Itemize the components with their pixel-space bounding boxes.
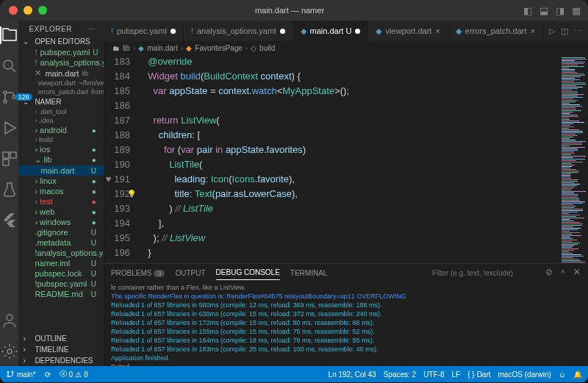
dart-file-icon: ◆ bbox=[138, 44, 144, 52]
debug-console-output[interactable]: le container rather than a Flex, like a … bbox=[104, 282, 588, 366]
folder-item[interactable]: ⌄ lib● bbox=[18, 154, 104, 165]
file-item[interactable]: README.mdU bbox=[18, 289, 104, 299]
panel-filter-input[interactable] bbox=[432, 269, 535, 277]
sidebar-title: EXPLORER bbox=[29, 25, 71, 33]
open-editor-item[interactable]: viewport.dart ~/fvm/versions/stable/pack… bbox=[18, 79, 104, 87]
section-dependencies[interactable]: ›DEPENDENCIES bbox=[18, 355, 104, 366]
folder-item[interactable]: › .dart_tool bbox=[18, 107, 104, 116]
panel-close-icon[interactable]: ✕ bbox=[573, 267, 581, 279]
file-item[interactable]: !analysis_options.yamlU bbox=[18, 248, 104, 258]
toggle-sidebar-icon[interactable]: ◨ bbox=[556, 5, 564, 16]
file-item[interactable]: .gitignoreU bbox=[18, 227, 104, 237]
status-sync-icon[interactable]: ⟳ bbox=[45, 371, 51, 379]
titlebar: main.dart — namer ◧ ⬓ ◨ ▦ bbox=[0, 0, 588, 21]
status-encoding[interactable]: UTF-8 bbox=[423, 371, 444, 379]
tab-debug-console[interactable]: DEBUG CONSOLE bbox=[216, 265, 280, 280]
editor-tab[interactable]: !analysis_options.yaml bbox=[184, 21, 293, 41]
folder-item[interactable]: › web● bbox=[18, 207, 104, 217]
status-bar: main* ⟳ ⓧ 0 ⚠ 8 Ln 192, Col 43 Spaces: 2… bbox=[0, 366, 588, 382]
window-title: main.dart — namer bbox=[56, 6, 523, 15]
class-icon: ◆ bbox=[186, 44, 192, 52]
open-editor-item[interactable]: !analysis_options.yamlU bbox=[18, 57, 104, 68]
file-item[interactable]: namer.imlU bbox=[18, 258, 104, 268]
folder-item[interactable]: › linux● bbox=[18, 176, 104, 186]
open-editor-item[interactable]: ✕main.dart lib bbox=[18, 68, 104, 79]
method-icon: ◇ bbox=[251, 44, 257, 52]
status-eol[interactable]: LF bbox=[451, 371, 460, 379]
folder-icon: 🖿 bbox=[112, 44, 120, 52]
status-indent[interactable]: Spaces: 2 bbox=[384, 371, 416, 379]
window-controls bbox=[0, 6, 56, 15]
minimap[interactable] bbox=[560, 54, 588, 263]
testing-icon[interactable] bbox=[1, 181, 18, 198]
split-icon[interactable]: ◫ bbox=[561, 26, 568, 36]
account-icon[interactable] bbox=[1, 312, 18, 329]
sidebar: EXPLORER ⋯ ⌄OPEN EDITORS !pubspec.yamlU!… bbox=[18, 21, 104, 366]
file-item[interactable]: .metadataU bbox=[18, 237, 104, 248]
explorer-icon[interactable] bbox=[1, 26, 18, 44]
status-bell-icon[interactable]: 🔔 bbox=[573, 371, 582, 379]
search-icon[interactable] bbox=[1, 57, 18, 75]
section-open-editors[interactable]: ⌄OPEN EDITORS bbox=[18, 36, 104, 47]
editor-tab[interactable]: !pubspec.yaml bbox=[104, 21, 184, 41]
status-feedback-icon[interactable]: ☺ bbox=[559, 371, 566, 379]
tab-problems[interactable]: PROBLEMS3 bbox=[111, 266, 165, 280]
folder-item[interactable]: › test● bbox=[18, 196, 104, 207]
settings-icon[interactable] bbox=[1, 343, 18, 360]
status-device[interactable]: macOS (darwin) bbox=[498, 371, 551, 379]
svg-point-9 bbox=[7, 371, 9, 373]
svg-rect-6 bbox=[3, 160, 9, 165]
folder-item[interactable]: › macos● bbox=[18, 186, 104, 196]
folder-item[interactable]: › build bbox=[18, 135, 104, 144]
file-item[interactable]: !pubspec.yamlU bbox=[18, 279, 104, 289]
maximize-button[interactable] bbox=[38, 6, 47, 15]
minimize-button[interactable] bbox=[24, 6, 32, 15]
extensions-icon[interactable] bbox=[1, 150, 18, 168]
svg-point-2 bbox=[4, 100, 7, 103]
svg-rect-5 bbox=[10, 152, 16, 158]
folder-item[interactable]: › .idea bbox=[18, 116, 104, 125]
close-button[interactable] bbox=[9, 6, 18, 15]
editor-tab[interactable]: ◆errors_patch.dart× bbox=[448, 21, 543, 41]
svg-point-11 bbox=[12, 371, 13, 373]
status-problems[interactable]: ⓧ 0 ⚠ 8 bbox=[60, 369, 88, 379]
section-outline[interactable]: ›OUTLINE bbox=[18, 333, 104, 344]
editor-tab[interactable]: ◆viewport.dart× bbox=[368, 21, 448, 41]
status-language[interactable]: { } Dart bbox=[467, 371, 490, 379]
sidebar-more-icon[interactable]: ⋯ bbox=[88, 25, 96, 33]
more-icon[interactable]: ⋯ bbox=[574, 26, 582, 36]
bottom-panel: PROBLEMS3 OUTPUT DEBUG CONSOLE TERMINAL … bbox=[104, 263, 588, 366]
svg-point-8 bbox=[7, 349, 12, 354]
folder-item[interactable]: › android● bbox=[18, 125, 104, 135]
code-editor[interactable]: 183184185186187188189190♥ 19119219319419… bbox=[104, 54, 588, 263]
panel-maximize-icon[interactable]: ＾ bbox=[559, 267, 567, 279]
tab-output[interactable]: OUTPUT bbox=[175, 266, 205, 280]
status-position[interactable]: Ln 192, Col 43 bbox=[329, 371, 376, 379]
editor-tabs: !pubspec.yaml!analysis_options.yaml◆main… bbox=[104, 21, 588, 41]
svg-rect-4 bbox=[3, 152, 9, 158]
editor-group: !pubspec.yaml!analysis_options.yaml◆main… bbox=[104, 21, 588, 366]
open-editor-item[interactable]: !pubspec.yamlU bbox=[18, 47, 104, 57]
title-actions: ◧ ⬓ ◨ ▦ bbox=[523, 5, 588, 16]
toggle-panel-icon[interactable]: ◧ bbox=[523, 5, 532, 16]
file-item[interactable]: main.dartU bbox=[18, 165, 104, 176]
source-control-icon[interactable]: 126 bbox=[1, 88, 18, 106]
clear-console-icon[interactable]: ⊘ bbox=[545, 267, 553, 279]
editor-tab[interactable]: ◆main.dart U bbox=[293, 21, 369, 41]
file-item[interactable]: pubspec.lockU bbox=[18, 268, 104, 279]
tab-terminal[interactable]: TERMINAL bbox=[290, 266, 328, 280]
breadcrumb[interactable]: 🖿 lib› ◆ main.dart› ◆ FavoritesPage› ◇ b… bbox=[104, 41, 588, 54]
run-icon[interactable]: ▷ bbox=[549, 26, 555, 36]
svg-point-7 bbox=[7, 315, 12, 321]
folder-item[interactable]: › ios● bbox=[18, 144, 104, 154]
svg-point-0 bbox=[4, 60, 12, 69]
toggle-bottom-icon[interactable]: ⬓ bbox=[539, 5, 548, 16]
run-debug-icon[interactable] bbox=[1, 119, 18, 137]
svg-point-10 bbox=[7, 376, 9, 377]
layout-icon[interactable]: ▦ bbox=[572, 5, 581, 16]
status-branch[interactable]: main* bbox=[6, 370, 36, 379]
svg-point-1 bbox=[4, 91, 7, 94]
folder-item[interactable]: › windows● bbox=[18, 217, 104, 227]
section-timeline[interactable]: ›TIMELINE bbox=[18, 344, 104, 355]
flutter-icon[interactable] bbox=[1, 212, 18, 229]
